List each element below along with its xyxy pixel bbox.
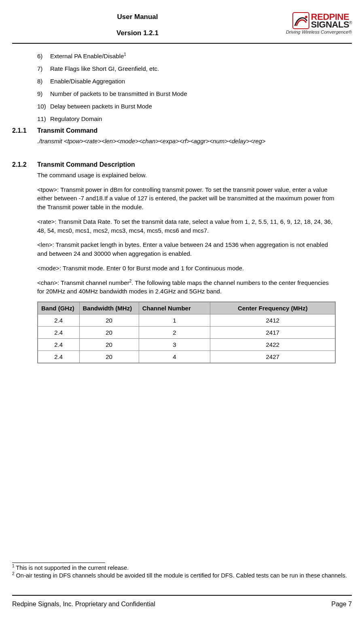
col-band: Band (GHz) bbox=[38, 302, 79, 314]
footnotes-block: 1 This is not supported in the current r… bbox=[12, 563, 352, 580]
footer-page-number: Page 7 bbox=[331, 601, 352, 608]
content-area: 6) External PA Enable/Disable1 7) Rate F… bbox=[12, 44, 352, 363]
frequency-table: Band (GHz) Bandwidth (MHz) Channel Numbe… bbox=[37, 302, 336, 363]
param-tpow: <tpow>: Transmit power in dBm for contro… bbox=[37, 185, 336, 212]
table-row: 2.4 20 4 2427 bbox=[38, 351, 335, 363]
numbered-list: 6) External PA Enable/Disable1 7) Rate F… bbox=[37, 52, 336, 123]
logo-block: REDPINE SIGNALS® Driving Wireless Conver… bbox=[263, 12, 352, 34]
page-header: User Manual Version 1.2.1 REDPINE SIGNAL… bbox=[12, 12, 352, 44]
section-heading-211: 2.1.1 Transmit Command bbox=[12, 127, 352, 134]
logo-reg: ® bbox=[349, 21, 352, 25]
page-container: User Manual Version 1.2.1 REDPINE SIGNAL… bbox=[0, 0, 364, 363]
param-chan: <chan>: Transmit channel number2. The fo… bbox=[37, 278, 336, 296]
footnote-rule bbox=[12, 563, 105, 563]
transmit-command-syntax: ./transmit <tpow><rate><len><mode><chan>… bbox=[37, 137, 336, 146]
list-item: 8) Enable/Disable Aggregation bbox=[37, 77, 336, 85]
footer-left: Redpine Signals, Inc. Proprietary and Co… bbox=[12, 601, 155, 608]
list-item: 10) Delay between packets in Burst Mode bbox=[37, 102, 336, 110]
list-item: 7) Rate Flags like Short GI, Greenfield,… bbox=[37, 64, 336, 73]
footnote-2: 2 On-air testing in DFS channels should … bbox=[12, 572, 352, 580]
section-heading-212: 2.1.2 Transmit Command Description bbox=[12, 161, 352, 168]
doc-version: Version 1.2.1 bbox=[12, 29, 263, 37]
table-header-row: Band (GHz) Bandwidth (MHz) Channel Numbe… bbox=[38, 302, 335, 314]
page-footer: Redpine Signals, Inc. Proprietary and Co… bbox=[12, 595, 352, 608]
param-mode: <mode>: Transmit mode. Enter 0 for Burst… bbox=[37, 264, 336, 273]
col-bandwidth: Bandwidth (MHz) bbox=[79, 302, 139, 314]
footnote-1: 1 This is not supported in the current r… bbox=[12, 564, 352, 572]
intro-paragraph: The command usage is explained below. bbox=[37, 171, 336, 180]
header-center: User Manual Version 1.2.1 bbox=[12, 12, 263, 37]
param-rate: <rate>: Transmit Data Rate. To set the t… bbox=[37, 217, 336, 235]
list-item: 11) Regulatory Domain bbox=[37, 115, 336, 123]
svg-point-1 bbox=[305, 16, 307, 18]
list-item: 6) External PA Enable/Disable1 bbox=[37, 52, 336, 60]
redpine-logo-icon bbox=[292, 12, 309, 29]
logo-line2: SIGNALS bbox=[311, 19, 349, 30]
logo-tagline: Driving Wireless Convergence® bbox=[263, 30, 352, 34]
list-item: 9) Number of packets to be transmitted i… bbox=[37, 89, 336, 98]
table-row: 2.4 20 3 2422 bbox=[38, 339, 335, 351]
param-len: <len>: Transmit packet length in bytes. … bbox=[37, 240, 336, 258]
doc-title: User Manual bbox=[12, 13, 263, 21]
col-channel: Channel Number bbox=[139, 302, 210, 314]
col-frequency: Center Frequency (MHz) bbox=[210, 302, 335, 314]
table-row: 2.4 20 1 2412 bbox=[38, 314, 335, 327]
table-row: 2.4 20 2 2417 bbox=[38, 327, 335, 339]
